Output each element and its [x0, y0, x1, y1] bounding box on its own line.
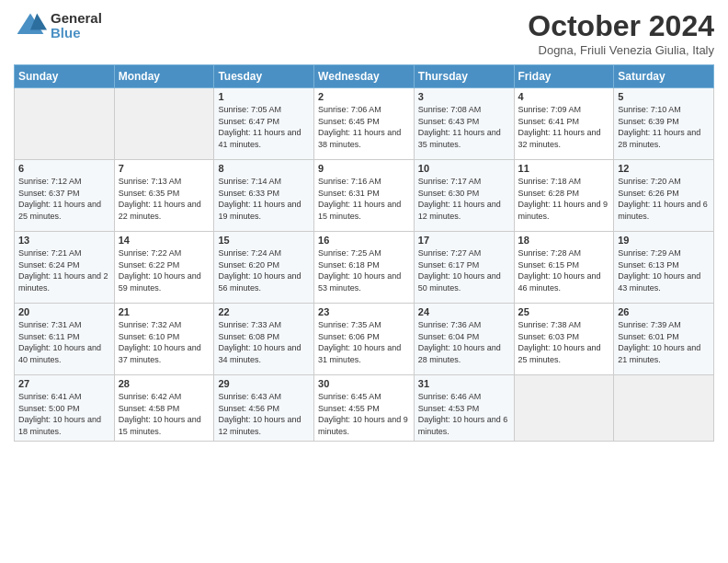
- logo: General Blue: [14, 9, 102, 42]
- day-number: 31: [418, 378, 510, 389]
- day-number: 23: [318, 306, 410, 317]
- cell-content: Sunrise: 7:22 AM Sunset: 6:22 PM Dayligh…: [119, 247, 210, 293]
- cell-content: Sunrise: 7:33 AM Sunset: 6:08 PM Dayligh…: [218, 319, 310, 365]
- day-number: 13: [18, 235, 110, 246]
- logo-text: General Blue: [51, 11, 102, 41]
- calendar-cell: 11Sunrise: 7:18 AM Sunset: 6:28 PM Dayli…: [514, 160, 614, 232]
- calendar-cell: 23Sunrise: 7:35 AM Sunset: 6:06 PM Dayli…: [314, 304, 415, 375]
- calendar-cell: 5Sunrise: 7:10 AM Sunset: 6:39 PM Daylig…: [614, 88, 714, 160]
- day-number: 21: [119, 306, 210, 317]
- day-number: 19: [618, 235, 710, 246]
- cell-content: Sunrise: 7:13 AM Sunset: 6:35 PM Dayligh…: [119, 176, 210, 222]
- calendar-week-row: 20Sunrise: 7:31 AM Sunset: 6:11 PM Dayli…: [15, 304, 714, 375]
- calendar-cell: 2Sunrise: 7:06 AM Sunset: 6:45 PM Daylig…: [314, 88, 415, 160]
- day-number: 15: [218, 235, 310, 246]
- calendar-cell: 9Sunrise: 7:16 AM Sunset: 6:31 PM Daylig…: [314, 160, 415, 232]
- cell-content: Sunrise: 7:16 AM Sunset: 6:31 PM Dayligh…: [318, 176, 410, 222]
- weekday-header: Monday: [114, 65, 214, 88]
- cell-content: Sunrise: 7:38 AM Sunset: 6:03 PM Dayligh…: [518, 319, 610, 365]
- calendar-cell: 26Sunrise: 7:39 AM Sunset: 6:01 PM Dayli…: [614, 304, 714, 375]
- day-number: 4: [518, 91, 610, 102]
- calendar-cell: 19Sunrise: 7:29 AM Sunset: 6:13 PM Dayli…: [614, 232, 714, 304]
- cell-content: Sunrise: 7:20 AM Sunset: 6:26 PM Dayligh…: [618, 176, 710, 222]
- weekday-header: Friday: [514, 65, 614, 88]
- calendar-cell: 25Sunrise: 7:38 AM Sunset: 6:03 PM Dayli…: [514, 304, 614, 375]
- day-number: 3: [418, 91, 510, 102]
- day-number: 27: [18, 378, 110, 389]
- cell-content: Sunrise: 7:18 AM Sunset: 6:28 PM Dayligh…: [518, 176, 610, 222]
- cell-content: Sunrise: 7:12 AM Sunset: 6:37 PM Dayligh…: [18, 176, 110, 222]
- calendar-week-row: 27Sunrise: 6:41 AM Sunset: 5:00 PM Dayli…: [15, 375, 714, 442]
- day-number: 6: [18, 163, 110, 174]
- calendar-cell: [15, 88, 115, 160]
- cell-content: Sunrise: 7:08 AM Sunset: 6:43 PM Dayligh…: [418, 104, 510, 150]
- day-number: 9: [318, 163, 410, 174]
- cell-content: Sunrise: 6:45 AM Sunset: 4:55 PM Dayligh…: [318, 391, 410, 437]
- day-number: 25: [518, 306, 610, 317]
- day-number: 2: [318, 91, 410, 102]
- day-number: 17: [418, 235, 510, 246]
- day-number: 1: [218, 91, 310, 102]
- cell-content: Sunrise: 6:42 AM Sunset: 4:58 PM Dayligh…: [119, 391, 210, 437]
- cell-content: Sunrise: 7:28 AM Sunset: 6:15 PM Dayligh…: [518, 247, 610, 293]
- header: General Blue October 2024 Dogna, Friuli …: [14, 9, 714, 57]
- calendar-cell: 27Sunrise: 6:41 AM Sunset: 5:00 PM Dayli…: [15, 375, 115, 442]
- day-number: 24: [418, 306, 510, 317]
- calendar-cell: 31Sunrise: 6:46 AM Sunset: 4:53 PM Dayli…: [414, 375, 514, 442]
- calendar-cell: [514, 375, 614, 442]
- calendar-cell: 16Sunrise: 7:25 AM Sunset: 6:18 PM Dayli…: [314, 232, 415, 304]
- calendar-cell: 10Sunrise: 7:17 AM Sunset: 6:30 PM Dayli…: [414, 160, 514, 232]
- calendar-cell: 17Sunrise: 7:27 AM Sunset: 6:17 PM Dayli…: [414, 232, 514, 304]
- calendar-cell: 8Sunrise: 7:14 AM Sunset: 6:33 PM Daylig…: [214, 160, 314, 232]
- day-number: 16: [318, 235, 410, 246]
- calendar-cell: 14Sunrise: 7:22 AM Sunset: 6:22 PM Dayli…: [114, 232, 214, 304]
- calendar-table: SundayMondayTuesdayWednesdayThursdayFrid…: [14, 64, 714, 442]
- page: General Blue October 2024 Dogna, Friuli …: [0, 0, 728, 563]
- title-block: October 2024 Dogna, Friuli Venezia Giuli…: [528, 9, 714, 57]
- month-title: October 2024: [528, 9, 714, 43]
- logo-blue-text: Blue: [51, 26, 102, 41]
- calendar-cell: 20Sunrise: 7:31 AM Sunset: 6:11 PM Dayli…: [15, 304, 115, 375]
- cell-content: Sunrise: 7:36 AM Sunset: 6:04 PM Dayligh…: [418, 319, 510, 365]
- cell-content: Sunrise: 7:35 AM Sunset: 6:06 PM Dayligh…: [318, 319, 410, 365]
- day-number: 8: [218, 163, 310, 174]
- cell-content: Sunrise: 6:43 AM Sunset: 4:56 PM Dayligh…: [218, 391, 310, 437]
- weekday-header: Saturday: [614, 65, 714, 88]
- cell-content: Sunrise: 7:39 AM Sunset: 6:01 PM Dayligh…: [618, 319, 710, 365]
- cell-content: Sunrise: 7:14 AM Sunset: 6:33 PM Dayligh…: [218, 176, 310, 222]
- cell-content: Sunrise: 7:32 AM Sunset: 6:10 PM Dayligh…: [119, 319, 210, 365]
- cell-content: Sunrise: 7:31 AM Sunset: 6:11 PM Dayligh…: [18, 319, 110, 365]
- day-number: 5: [618, 91, 710, 102]
- cell-content: Sunrise: 7:25 AM Sunset: 6:18 PM Dayligh…: [318, 247, 410, 293]
- day-number: 22: [218, 306, 310, 317]
- weekday-header: Tuesday: [214, 65, 314, 88]
- cell-content: Sunrise: 6:46 AM Sunset: 4:53 PM Dayligh…: [418, 391, 510, 437]
- calendar-cell: 4Sunrise: 7:09 AM Sunset: 6:41 PM Daylig…: [514, 88, 614, 160]
- day-number: 11: [518, 163, 610, 174]
- calendar-body: 1Sunrise: 7:05 AM Sunset: 6:47 PM Daylig…: [15, 88, 714, 442]
- logo-icon: [14, 9, 47, 42]
- calendar-week-row: 13Sunrise: 7:21 AM Sunset: 6:24 PM Dayli…: [15, 232, 714, 304]
- calendar-header: SundayMondayTuesdayWednesdayThursdayFrid…: [15, 65, 714, 88]
- calendar-cell: 1Sunrise: 7:05 AM Sunset: 6:47 PM Daylig…: [214, 88, 314, 160]
- cell-content: Sunrise: 7:17 AM Sunset: 6:30 PM Dayligh…: [418, 176, 510, 222]
- cell-content: Sunrise: 7:10 AM Sunset: 6:39 PM Dayligh…: [618, 104, 710, 150]
- weekday-header: Thursday: [414, 65, 514, 88]
- calendar-cell: 29Sunrise: 6:43 AM Sunset: 4:56 PM Dayli…: [214, 375, 314, 442]
- weekday-row: SundayMondayTuesdayWednesdayThursdayFrid…: [15, 65, 714, 88]
- cell-content: Sunrise: 7:05 AM Sunset: 6:47 PM Dayligh…: [218, 104, 310, 150]
- calendar-cell: 15Sunrise: 7:24 AM Sunset: 6:20 PM Dayli…: [214, 232, 314, 304]
- calendar-cell: 7Sunrise: 7:13 AM Sunset: 6:35 PM Daylig…: [114, 160, 214, 232]
- cell-content: Sunrise: 7:06 AM Sunset: 6:45 PM Dayligh…: [318, 104, 410, 150]
- calendar-cell: 18Sunrise: 7:28 AM Sunset: 6:15 PM Dayli…: [514, 232, 614, 304]
- cell-content: Sunrise: 6:41 AM Sunset: 5:00 PM Dayligh…: [18, 391, 110, 437]
- day-number: 30: [318, 378, 410, 389]
- calendar-cell: [614, 375, 714, 442]
- day-number: 10: [418, 163, 510, 174]
- calendar-cell: 6Sunrise: 7:12 AM Sunset: 6:37 PM Daylig…: [15, 160, 115, 232]
- day-number: 12: [618, 163, 710, 174]
- day-number: 28: [119, 378, 210, 389]
- weekday-header: Wednesday: [314, 65, 415, 88]
- cell-content: Sunrise: 7:21 AM Sunset: 6:24 PM Dayligh…: [18, 247, 110, 293]
- calendar-week-row: 1Sunrise: 7:05 AM Sunset: 6:47 PM Daylig…: [15, 88, 714, 160]
